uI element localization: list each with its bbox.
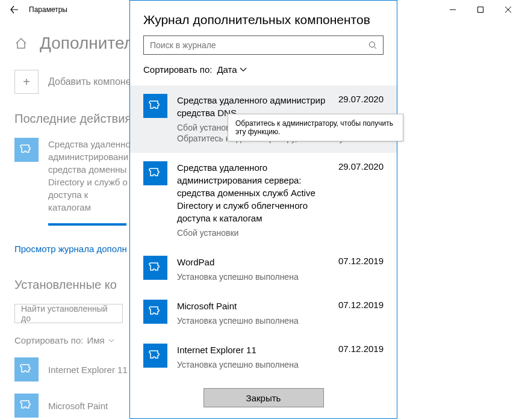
history-entry-status: Установка успешно выполнена — [177, 360, 384, 369]
search-icon — [368, 41, 377, 49]
installed-search-placeholder: Найти установленный до — [21, 304, 116, 323]
maximize-icon — [477, 7, 483, 13]
history-entry-date: 07.12.2019 — [338, 256, 384, 266]
modal-search-field[interactable] — [150, 40, 377, 50]
modal-sort-row: Сортировать по: Дата — [130, 64, 397, 85]
recent-item-text: Средства удаленно администрировани средс… — [48, 138, 132, 214]
history-entry-body: Средства удаленного администрирования се… — [177, 161, 384, 238]
chevron-down-icon — [108, 339, 114, 342]
history-entry-status: Сбой установки — [177, 228, 384, 238]
window-controls — [439, 0, 522, 19]
puzzle-icon — [143, 161, 167, 185]
puzzle-icon — [143, 344, 167, 368]
history-modal: Журнал дополнительных компонентов Сортир… — [129, 0, 397, 419]
installed-item-label: Internet Explorer 11 — [48, 365, 128, 375]
history-entry[interactable]: Internet Explorer 11 07.12.2019 Установк… — [130, 335, 397, 377]
back-button[interactable] — [5, 0, 24, 19]
modal-footer: Закрыть — [130, 377, 397, 418]
svg-point-2 — [370, 42, 375, 48]
minimize-icon — [450, 7, 456, 13]
history-entry-date: 07.12.2019 — [338, 344, 384, 354]
minimize-button[interactable] — [439, 0, 467, 19]
history-entry[interactable]: WordPad 07.12.2019 Установка успешно вып… — [130, 247, 397, 291]
puzzle-icon — [143, 256, 167, 280]
close-button[interactable]: Закрыть — [204, 388, 324, 407]
modal-sort-label: Сортировать по: — [143, 64, 212, 75]
svg-rect-1 — [478, 7, 483, 13]
history-entry-title: Средства удаленного администрирования се… — [177, 161, 331, 224]
close-icon — [505, 7, 511, 13]
page-title: Дополнител — [40, 34, 134, 53]
installed-search-input[interactable]: Найти установленный до — [14, 304, 123, 323]
history-entry-body: Internet Explorer 11 07.12.2019 Установк… — [177, 344, 384, 369]
add-component-label: Добавить компоне — [48, 76, 131, 87]
history-entry-status: Установка успешно выполнена — [177, 316, 384, 326]
sort-label: Сортировать по: — [14, 335, 83, 345]
modal-title: Журнал дополнительных компонентов — [130, 1, 397, 36]
arrow-left-icon — [10, 5, 19, 14]
history-entry-title: WordPad — [177, 256, 214, 268]
puzzle-icon — [143, 94, 167, 118]
tooltip: Обратитесь к администратору, чтобы получ… — [228, 114, 403, 141]
history-entry-date: 29.07.2020 — [338, 161, 384, 171]
puzzle-icon — [14, 357, 39, 381]
svg-line-3 — [374, 47, 377, 49]
modal-search-input[interactable] — [143, 36, 384, 55]
puzzle-icon — [14, 138, 39, 162]
close-window-button[interactable] — [494, 0, 522, 19]
history-entry[interactable]: Microsoft Paint 07.12.2019 Установка усп… — [130, 291, 397, 335]
history-entry-date: 07.12.2019 — [338, 300, 384, 310]
maximize-button[interactable] — [467, 0, 494, 19]
window-title: Параметры — [29, 5, 67, 14]
sort-value[interactable]: Имя — [87, 335, 104, 345]
tooltip-text: Обратитесь к администратору, чтобы получ… — [235, 119, 393, 136]
history-entry-status: Установка успешно выполнена — [177, 272, 384, 282]
history-entry-date: 29.07.2020 — [338, 94, 384, 104]
puzzle-icon — [14, 394, 39, 418]
history-entry-body: WordPad 07.12.2019 Установка успешно вып… — [177, 256, 384, 282]
installed-item-label: Microsoft Paint — [48, 401, 108, 411]
home-icon[interactable] — [14, 37, 28, 50]
plus-icon: + — [14, 70, 39, 94]
history-entry-title: Microsoft Paint — [177, 300, 237, 312]
history-entry-body: Microsoft Paint 07.12.2019 Установка усп… — [177, 300, 384, 326]
progress-bar — [48, 223, 126, 226]
modal-sort-value[interactable]: Дата — [217, 64, 246, 75]
chevron-down-icon — [240, 67, 247, 72]
history-entry[interactable]: Средства удаленного администрирования се… — [130, 153, 397, 247]
puzzle-icon — [143, 300, 167, 324]
history-entry-title: Internet Explorer 11 — [177, 344, 256, 356]
